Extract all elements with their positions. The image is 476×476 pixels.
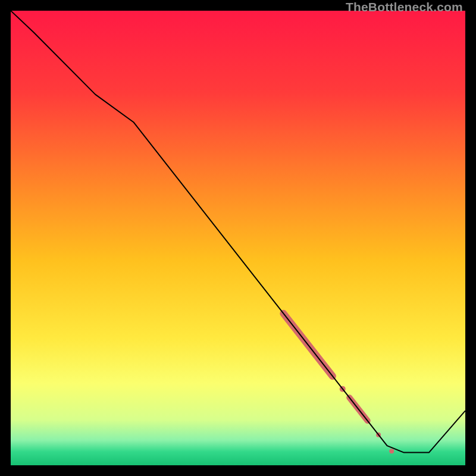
watermark-text: TheBottleneck.com <box>346 0 463 14</box>
chart-svg <box>11 11 465 465</box>
gradient-background <box>11 11 465 465</box>
dot-3 <box>389 449 394 453</box>
chart-frame <box>11 11 465 465</box>
